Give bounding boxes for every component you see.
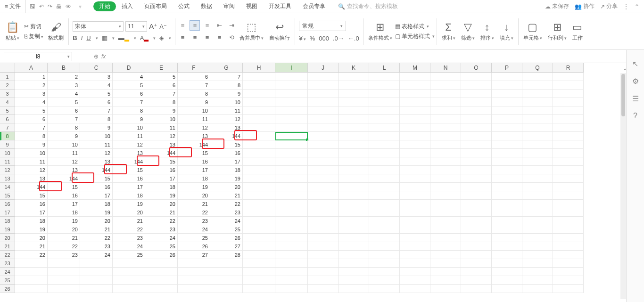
cell[interactable] [178, 268, 210, 276]
cell[interactable]: 144 [80, 166, 113, 174]
cell[interactable] [430, 106, 461, 115]
cell[interactable] [275, 259, 308, 268]
cell[interactable] [275, 208, 308, 217]
font-color-button[interactable]: A▂ [140, 34, 149, 41]
cell[interactable] [243, 285, 275, 293]
cell[interactable] [243, 208, 275, 217]
cell[interactable] [48, 285, 80, 293]
cell[interactable] [553, 183, 584, 191]
cell[interactable]: 21 [113, 217, 145, 225]
cell[interactable]: 16 [48, 191, 80, 200]
cell[interactable] [553, 276, 584, 285]
cell[interactable] [369, 208, 400, 217]
cell[interactable]: 26 [178, 242, 210, 251]
cell[interactable]: 21 [178, 200, 210, 208]
cell[interactable] [400, 157, 430, 166]
tab-会员专享[interactable]: 会员专享 [297, 0, 331, 13]
fx-icon[interactable]: fx [101, 53, 106, 60]
cell[interactable] [308, 73, 339, 81]
cell[interactable] [553, 90, 584, 98]
cell[interactable] [461, 115, 492, 123]
cell[interactable] [275, 183, 308, 191]
share-button[interactable]: ↗ 分享 [600, 2, 618, 10]
align-middle-icon[interactable]: ≡ [190, 20, 200, 31]
cell[interactable]: 17 [113, 183, 145, 191]
row-header[interactable]: 4 [0, 98, 15, 106]
cell[interactable] [275, 157, 308, 166]
cell[interactable] [339, 285, 369, 293]
cell[interactable] [492, 191, 522, 200]
cell[interactable] [400, 106, 430, 115]
cell[interactable] [461, 200, 492, 208]
cell[interactable]: 144 [145, 149, 178, 157]
save-icon[interactable]: 🖫 [30, 3, 35, 10]
indent-increase-icon[interactable]: ⇥ [226, 20, 237, 31]
cell[interactable] [308, 225, 339, 234]
cell[interactable]: 7 [178, 81, 210, 90]
cell[interactable] [400, 140, 430, 149]
cell[interactable] [522, 217, 553, 225]
cell[interactable] [339, 90, 369, 98]
cell[interactable] [275, 234, 308, 242]
col-header[interactable]: N [430, 63, 461, 73]
cell[interactable] [275, 268, 308, 276]
cell[interactable] [522, 157, 553, 166]
cell[interactable] [369, 98, 400, 106]
cell[interactable] [553, 115, 584, 123]
cell[interactable] [492, 115, 522, 123]
cell[interactable] [308, 251, 339, 259]
cell[interactable] [339, 149, 369, 157]
cell[interactable] [522, 73, 553, 81]
cell[interactable] [308, 98, 339, 106]
cells-button[interactable]: ▢单元格▾ [523, 21, 542, 41]
cell[interactable] [275, 73, 308, 81]
cell[interactable]: 13 [210, 123, 243, 132]
cell[interactable]: 23 [178, 217, 210, 225]
cell[interactable]: 19 [210, 174, 243, 183]
cell[interactable] [492, 259, 522, 268]
cell[interactable]: 25 [113, 251, 145, 259]
cell[interactable] [369, 191, 400, 200]
collapse-ribbon-icon[interactable]: ⌃ [635, 3, 639, 10]
cell[interactable] [243, 157, 275, 166]
cell[interactable] [369, 251, 400, 259]
cell[interactable]: 13 [48, 166, 80, 174]
row-header[interactable]: 21 [0, 242, 15, 251]
cell[interactable] [522, 251, 553, 259]
cell[interactable] [461, 90, 492, 98]
cell[interactable]: 4 [15, 98, 48, 106]
cell[interactable] [369, 140, 400, 149]
rowcol-button[interactable]: ⊞行和列▾ [548, 21, 567, 41]
cell[interactable]: 28 [210, 251, 243, 259]
cell[interactable] [553, 200, 584, 208]
cell[interactable]: 15 [178, 149, 210, 157]
cell[interactable]: 15 [145, 157, 178, 166]
cell[interactable] [400, 208, 430, 217]
cell[interactable] [553, 132, 584, 140]
cell[interactable] [400, 183, 430, 191]
zoom-icon[interactable]: ⊕ [94, 53, 99, 60]
cell[interactable] [553, 285, 584, 293]
cell[interactable]: 10 [15, 149, 48, 157]
cell[interactable] [430, 268, 461, 276]
col-header[interactable]: I [275, 63, 308, 73]
cell[interactable] [339, 115, 369, 123]
cell[interactable] [308, 123, 339, 132]
cell[interactable]: 16 [15, 200, 48, 208]
cell[interactable] [522, 191, 553, 200]
cell[interactable]: 19 [113, 200, 145, 208]
cell[interactable] [15, 276, 48, 285]
cell[interactable] [243, 98, 275, 106]
cell[interactable] [522, 106, 553, 115]
cell[interactable] [461, 183, 492, 191]
row-header[interactable]: 18 [0, 217, 15, 225]
cell[interactable]: 22 [178, 208, 210, 217]
undo-icon[interactable]: ↶ [39, 3, 44, 10]
cell[interactable] [461, 166, 492, 174]
cell[interactable] [275, 90, 308, 98]
cell[interactable] [400, 217, 430, 225]
col-header[interactable]: C [80, 63, 113, 73]
cell[interactable] [48, 276, 80, 285]
cell[interactable] [430, 115, 461, 123]
redo-icon[interactable]: ↷ [48, 3, 52, 10]
